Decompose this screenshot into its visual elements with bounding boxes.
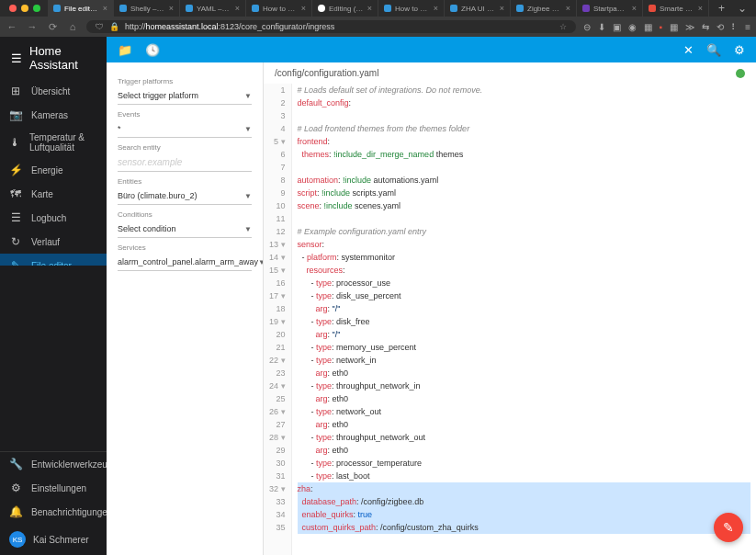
extension-icon[interactable]: ▪ — [660, 22, 663, 32]
tab-title: Startpage Suche — [593, 5, 628, 13]
sidebar-item[interactable]: 🔧Entwicklerwerkzeuge — [0, 452, 107, 476]
sidebar-item-label: Logbuch — [31, 213, 66, 223]
folder-icon[interactable]: 📁 — [118, 43, 132, 57]
sidebar-item-icon: 🔔 — [9, 505, 22, 518]
search-entity-input[interactable] — [118, 153, 252, 172]
browser-tab[interactable]: ZHA UI option to× — [445, 0, 511, 17]
sidebar-item[interactable]: 📷Kameras — [0, 103, 107, 127]
history-icon[interactable]: 🕓 — [145, 43, 160, 57]
sidebar-item[interactable]: 🔔Benachrichtigungen — [0, 500, 107, 524]
favicon-icon — [516, 5, 524, 12]
extension-icon[interactable]: ◉ — [628, 22, 637, 32]
tab-close-icon[interactable]: × — [566, 4, 570, 13]
sidebar-header: ☰ Home Assistant — [0, 37, 107, 79]
new-tab-button[interactable]: + — [713, 2, 730, 15]
close-icon[interactable]: ✕ — [683, 43, 694, 57]
window-maximize-icon[interactable] — [33, 5, 40, 12]
field-label: Entities — [118, 177, 252, 186]
download-icon[interactable]: ⬇ — [598, 22, 605, 32]
browser-tab[interactable]: How to setup loc× — [378, 0, 445, 17]
tab-close-icon[interactable]: × — [301, 4, 306, 13]
extension-icon[interactable]: ▣ — [613, 22, 621, 32]
sidebar-item-label: Temperatur & Luftqualität — [29, 132, 97, 153]
sidebar-item[interactable]: ✎File editor — [0, 254, 107, 266]
home-button[interactable]: ⌂ — [66, 21, 79, 32]
chevron-down-icon: ▼ — [244, 125, 252, 133]
tab-close-icon[interactable]: × — [698, 4, 703, 13]
app-title: Home Assistant — [29, 44, 96, 72]
sidebar-item[interactable]: ⊞Übersicht — [0, 79, 107, 103]
favicon-icon — [252, 5, 259, 12]
sidebar-user[interactable]: KS Kai Schmerer — [0, 524, 107, 555]
tab-title: YAML – Home Ass — [197, 5, 231, 13]
tab-close-icon[interactable]: × — [500, 4, 504, 13]
sidebar-item[interactable]: ☰Logbuch — [0, 206, 107, 230]
browser-tab[interactable]: Smarte RGBIC LED× — [643, 0, 709, 17]
tab-close-icon[interactable]: × — [434, 4, 438, 13]
tab-close-icon[interactable]: × — [632, 4, 637, 13]
sidebar-item-label: Kameras — [31, 110, 68, 120]
overflow-icon[interactable]: ⠇ — [731, 22, 738, 32]
editor-body[interactable]: 12345 ▾678910111213 ▾14 ▾15 ▾1617 ▾1819 … — [264, 84, 756, 555]
sidebar-item-label: Übersicht — [31, 86, 70, 96]
action-icon[interactable]: ≫ — [685, 22, 694, 32]
entities-select[interactable]: Büro (climate.buro_2)▼ — [118, 187, 252, 205]
tab-close-icon[interactable]: × — [235, 4, 240, 13]
tab-title: File editor – Home — [64, 5, 99, 13]
forward-button[interactable]: → — [26, 21, 39, 32]
entity-panel: Trigger platforms Select trigger platfor… — [107, 62, 263, 555]
sidebar-item[interactable]: ⚡Energie — [0, 158, 107, 182]
favicon-icon — [318, 5, 325, 12]
browser-tab[interactable]: How to setup loc× — [246, 0, 312, 17]
browser-tab[interactable]: Editing (ZHA) qui× — [312, 0, 378, 17]
favicon-icon — [450, 5, 457, 12]
sidebar-item[interactable]: ↻Verlauf — [0, 230, 107, 254]
sidebar-item-icon: ⊞ — [9, 85, 22, 97]
tab-close-icon[interactable]: × — [103, 4, 107, 13]
tab-close-icon[interactable]: × — [169, 4, 174, 13]
events-select[interactable]: *▼ — [118, 120, 252, 138]
action-icon[interactable]: ⊖ — [583, 22, 591, 32]
tab-close-icon[interactable]: × — [367, 4, 372, 13]
search-icon[interactable]: 🔍 — [706, 43, 721, 57]
back-button[interactable]: ← — [6, 21, 18, 32]
sidebar-item[interactable]: ⚙Einstellungen — [0, 476, 107, 500]
bookmark-star-icon[interactable]: ☆ — [559, 22, 567, 31]
url-field[interactable]: 🛡 🔒 http://homeassistant.local:8123/core… — [86, 20, 576, 33]
action-icon[interactable]: ⇆ — [702, 22, 709, 32]
window-close-icon[interactable] — [9, 5, 17, 12]
tab-overflow-icon[interactable]: ⌄ — [732, 2, 752, 15]
burger-icon[interactable]: ☰ — [11, 51, 22, 65]
sidebar-item-icon: ↻ — [9, 235, 22, 248]
avatar: KS — [9, 531, 26, 548]
tab-title: Zigbee Home Aut — [527, 5, 562, 13]
conditions-select[interactable]: Select condition▼ — [118, 221, 252, 238]
file-path: /config/configuration.yaml — [275, 68, 378, 78]
browser-tab[interactable]: Zigbee Home Aut× — [511, 0, 577, 17]
sidebar-item[interactable]: 🌡Temperatur & Luftqualität — [0, 127, 107, 158]
gear-icon[interactable]: ⚙ — [734, 43, 745, 57]
sidebar-item-label: Energie — [31, 165, 62, 176]
extensions-icon[interactable]: ▦ — [670, 22, 678, 32]
browser-tab[interactable]: Startpage Suche× — [577, 0, 643, 17]
favicon-icon — [582, 5, 590, 12]
chevron-down-icon: ▼ — [244, 192, 252, 200]
window-minimize-icon[interactable] — [21, 5, 28, 12]
tab-title: Editing (ZHA) qui — [329, 5, 364, 13]
save-fab-button[interactable]: ✎ — [714, 513, 743, 542]
sidebar-item-icon: ⚡ — [9, 164, 22, 176]
sidebar-item-label: Verlauf — [31, 237, 60, 247]
browser-tab[interactable]: Shelly – Home Ass× — [114, 0, 180, 17]
sync-icon[interactable]: ⟲ — [717, 22, 724, 32]
sidebar-item[interactable]: 🗺Karte — [0, 182, 107, 206]
extension-icon[interactable]: ▦ — [644, 22, 652, 32]
browser-tab[interactable]: File editor – Home× — [48, 0, 114, 17]
trigger-platform-select[interactable]: Select trigger platform▼ — [118, 87, 252, 105]
browser-tab[interactable]: YAML – Home Ass× — [180, 0, 246, 17]
services-select[interactable]: alarm_control_panel.alarm_arm_away▼ — [118, 254, 252, 271]
sidebar-item-icon: ⚙ — [9, 481, 22, 494]
favicon-icon — [53, 5, 61, 12]
reload-button[interactable]: ⟳ — [46, 21, 59, 33]
menu-icon[interactable]: ≡ — [745, 22, 750, 32]
code-content[interactable]: # Loads default set of integrations. Do … — [292, 84, 756, 555]
